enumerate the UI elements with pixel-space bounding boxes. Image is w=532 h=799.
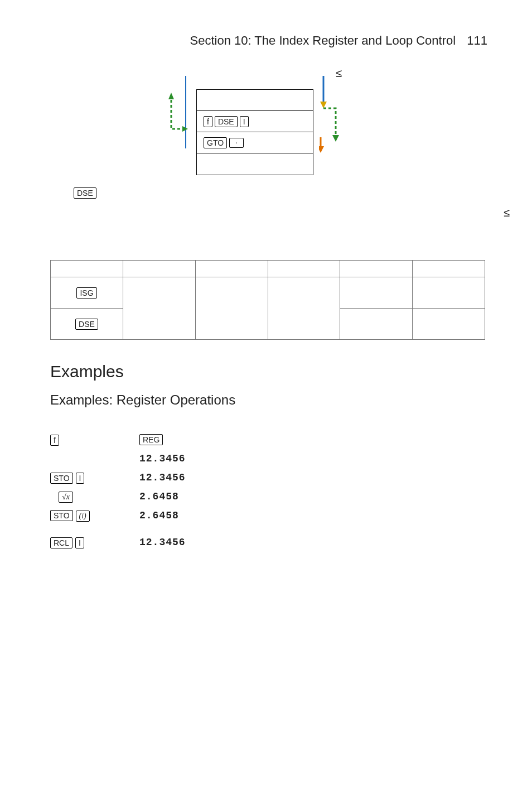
examples-subheading: Examples: Register Operations [50,392,487,408]
display-value: 12.3456 [139,472,186,483]
rcl-key-icon: RCL [50,537,72,548]
i-key-icon: I [240,116,249,127]
dse-key-icon: DSE [74,187,96,199]
svg-marker-0 [168,93,174,99]
svg-marker-3 [320,102,327,108]
examples-heading: Examples [50,362,487,381]
display-value: 2.6458 [139,510,179,521]
svg-marker-6 [319,146,324,153]
display-value: 12.3456 [139,453,186,464]
instruction-table: f DSE I GTO · [196,89,313,175]
row-f-dse-i: f DSE I [197,111,313,132]
svg-marker-1 [182,126,188,132]
section-title: Section 10: The Index Register and Loop … [190,33,456,47]
f-key-icon: f [50,435,59,446]
function-table: ISG DSE [50,260,485,340]
display-value: 12.3456 [139,537,186,548]
dse-key-icon: DSE [75,319,98,330]
dse-key-icon: DSE [215,116,238,127]
display-value: 2.6458 [139,491,179,502]
page-header: Section 10: The Index Register and Loop … [50,33,487,48]
gto-key-icon: GTO [204,137,227,148]
loop-back-arrow-icon [168,93,191,132]
sto-key-icon: STO [50,473,73,484]
i-paren-key-icon: (i) [76,511,90,522]
less-equal-right: ≤ [504,206,510,219]
i-key-icon: I [75,537,84,548]
register-ops-list: f REG 12.3456 STO I 12.3456 √x 2.6458 ST… [50,430,487,552]
f-key-icon: f [204,116,212,127]
flow-diagram: ≤ f DSE I GTO · [129,65,408,176]
sqrt-key-icon: √x [59,492,73,503]
branch-arrow-icon [319,76,347,154]
dot-key-icon: · [229,138,244,148]
reg-key-icon: REG [139,434,163,445]
row-gto: GTO · [197,132,313,153]
page-number: 111 [467,33,487,47]
sto-key-icon: STO [50,510,73,521]
svg-marker-4 [332,135,339,142]
i-key-icon: I [76,473,85,484]
isg-key-icon: ISG [76,287,96,299]
dse-key-paragraph: DSE [74,187,487,199]
